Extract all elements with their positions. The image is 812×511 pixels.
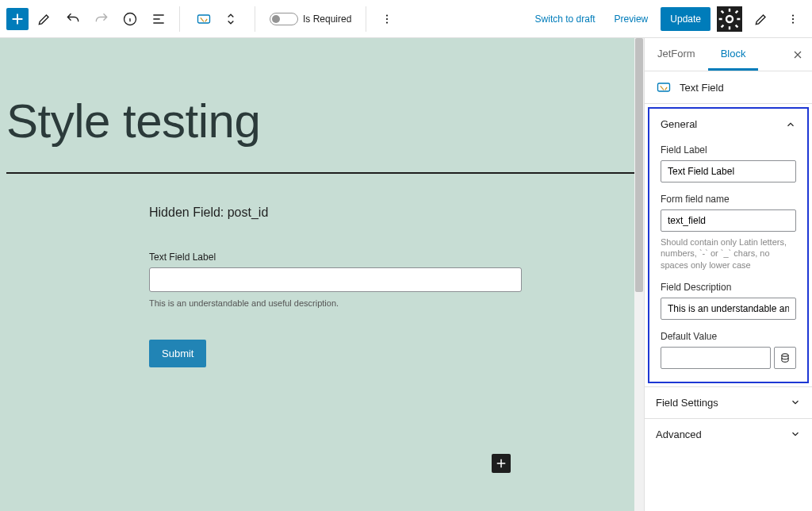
form-field-name-help: Should contain only Latin letters, numbe… [661,236,796,271]
canvas-scrollbar[interactable] [634,38,644,511]
outline-button[interactable] [146,6,171,32]
dynamic-value-button[interactable] [774,347,796,369]
switch-to-draft-button[interactable]: Switch to draft [529,9,602,29]
field-label-input[interactable] [661,160,796,182]
settings-sidebar: JetForm Block Text Field General Field L… [644,38,812,511]
svg-point-2 [386,14,388,16]
undo-button[interactable] [60,6,86,32]
add-block-button[interactable] [6,8,29,30]
text-field-label: Text Field Label [149,252,522,263]
svg-point-4 [386,21,388,23]
database-icon [779,352,791,363]
toolbar-right: Switch to draft Preview Update [529,6,806,32]
settings-button[interactable] [717,6,742,32]
text-field-input[interactable] [149,267,522,292]
tab-jetform[interactable]: JetForm [645,38,708,71]
editor-canvas[interactable]: Style testing Hidden Field: post_id Text… [0,38,644,511]
text-field-block-icon[interactable] [191,6,216,32]
top-toolbar: Is Required Switch to draft Preview Upda… [0,0,812,38]
svg-point-7 [792,17,794,19]
add-block-floating-button[interactable] [492,454,511,473]
tab-block[interactable]: Block [708,38,759,71]
svg-point-6 [792,14,794,16]
block-options-button[interactable] [374,6,400,32]
block-type-header: Text Field [645,71,812,104]
styles-button[interactable] [749,6,774,32]
field-description-input[interactable] [661,298,796,320]
update-button[interactable]: Update [661,7,710,31]
more-options-button[interactable] [780,6,806,32]
default-value-input[interactable] [661,347,771,369]
svg-point-5 [726,16,733,22]
edit-icon[interactable] [32,6,57,32]
panel-field-settings-header[interactable]: Field Settings [645,387,812,418]
svg-point-8 [792,21,794,23]
toolbar-left: Is Required [6,6,400,32]
chevron-up-icon [785,119,796,130]
form-field-name-input[interactable] [661,209,796,232]
redo-button[interactable] [89,6,114,32]
svg-point-3 [386,17,388,19]
svg-point-10 [782,354,788,357]
field-description-group: Field Description [661,282,796,320]
panel-advanced-header[interactable]: Advanced [645,419,812,450]
svg-rect-9 [658,83,670,91]
move-updown-button[interactable] [218,6,243,32]
chevron-down-icon [790,397,801,408]
field-label-group: Field Label [661,144,796,182]
block-type-title: Text Field [680,82,724,94]
page-title[interactable]: Style testing [6,94,638,148]
form-field-name-group: Form field name Should contain only Lati… [661,194,796,271]
form-area: Hidden Field: post_id Text Field Label T… [149,206,522,367]
is-required-label: Is Required [303,13,351,25]
close-sidebar-button[interactable] [783,40,812,69]
panel-general-header[interactable]: General [649,109,807,140]
panel-general: General Field Label Form field name Shou… [648,107,809,383]
hidden-field-block[interactable]: Hidden Field: post_id [149,206,522,220]
chevron-down-icon [790,428,801,440]
preview-button[interactable]: Preview [608,9,655,29]
svg-rect-1 [198,15,210,23]
text-field-block[interactable]: Text Field Label This is an understandab… [149,252,522,308]
submit-button[interactable]: Submit [149,340,206,367]
is-required-toggle[interactable]: Is Required [263,13,358,25]
text-field-description: This is an understandable and useful des… [149,298,522,308]
title-separator [6,172,638,174]
info-button[interactable] [117,6,143,32]
default-value-group: Default Value [661,331,796,369]
sidebar-tabs: JetForm Block [645,38,812,71]
